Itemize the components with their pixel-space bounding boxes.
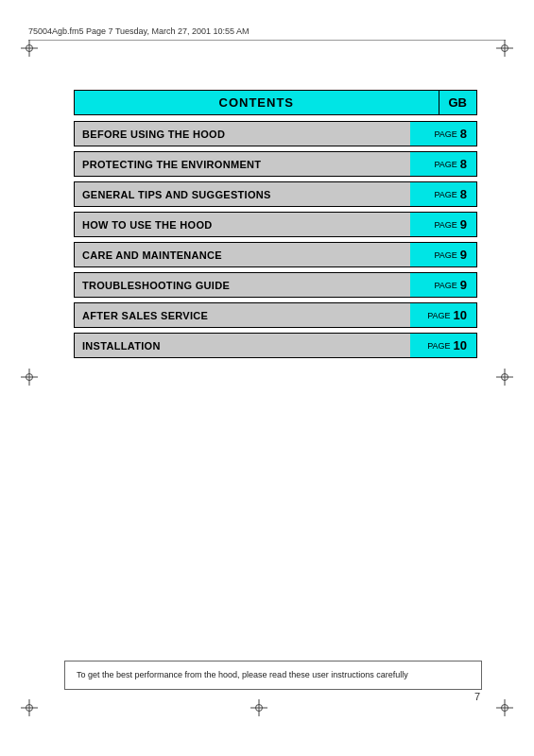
toc-row: BEFORE USING THE HOODPAGE8 — [74, 121, 477, 146]
contents-title-row: CONTENTS GB — [74, 90, 477, 115]
page-number: 7 — [474, 691, 480, 702]
header-line: 75004Agb.fm5 Page 7 Tuesday, March 27, 2… — [28, 26, 506, 41]
crosshair-top-right — [496, 40, 513, 57]
toc-page-number: 8 — [460, 187, 467, 201]
toc-page: PAGE10 — [410, 334, 476, 357]
toc-page-word: PAGE — [434, 129, 456, 139]
toc-page-word: PAGE — [434, 160, 456, 169]
toc-row: AFTER SALES SERVICEPAGE10 — [74, 302, 477, 328]
toc-page-number: 8 — [460, 127, 467, 141]
toc-page-word: PAGE — [434, 220, 456, 230]
crosshair-middle-right — [496, 369, 513, 386]
crosshair-bottom-center — [250, 699, 267, 716]
header-text: 75004Agb.fm5 Page 7 Tuesday, March 27, 2… — [28, 26, 250, 36]
toc-label: TROUBLESHOOTING GUIDE — [75, 273, 410, 297]
toc-page: PAGE8 — [410, 182, 476, 206]
crosshair-middle-left — [21, 369, 38, 386]
toc-page: PAGE9 — [410, 243, 476, 266]
toc-page-word: PAGE — [434, 281, 456, 290]
contents-gb-label: GB — [439, 90, 478, 115]
toc-page: PAGE10 — [410, 303, 476, 327]
toc-page-number: 10 — [454, 338, 467, 352]
toc-label: HOW TO USE THE HOOD — [75, 213, 410, 236]
toc-page-number: 10 — [454, 308, 467, 322]
contents-title: CONTENTS — [74, 90, 439, 115]
toc-page-number: 8 — [460, 157, 467, 171]
toc-page: PAGE9 — [410, 213, 476, 236]
toc-row: INSTALLATIONPAGE10 — [74, 333, 477, 358]
toc-label: INSTALLATION — [75, 334, 410, 357]
toc-label: PROTECTING THE ENVIRONMENT — [75, 152, 410, 176]
toc-page: PAGE9 — [410, 273, 476, 297]
contents-area: CONTENTS GB BEFORE USING THE HOODPAGE8PR… — [74, 90, 477, 363]
toc-row: GENERAL TIPS AND SUGGESTIONSPAGE8 — [74, 181, 477, 207]
toc-row: TROUBLESHOOTING GUIDEPAGE9 — [74, 272, 477, 298]
toc-row: HOW TO USE THE HOODPAGE9 — [74, 212, 477, 237]
crosshair-bottom-left — [21, 699, 38, 716]
toc-page-word: PAGE — [434, 190, 456, 199]
toc-page-number: 9 — [460, 278, 467, 292]
toc-page-number: 9 — [460, 248, 467, 262]
page: 75004Agb.fm5 Page 7 Tuesday, March 27, 2… — [0, 0, 534, 756]
toc-page-word: PAGE — [434, 250, 456, 260]
toc-row: PROTECTING THE ENVIRONMENTPAGE8 — [74, 151, 477, 177]
toc-page: PAGE8 — [410, 152, 476, 176]
toc-page-number: 9 — [460, 217, 467, 232]
crosshair-bottom-right — [496, 699, 513, 716]
toc-row: CARE AND MAINTENANCEPAGE9 — [74, 242, 477, 267]
toc-label: AFTER SALES SERVICE — [75, 303, 410, 327]
toc-page-word: PAGE — [427, 311, 450, 320]
toc-page: PAGE8 — [410, 122, 476, 146]
bottom-note: To get the best performance from the hoo… — [64, 661, 482, 690]
toc-label: BEFORE USING THE HOOD — [75, 122, 410, 146]
toc-label: CARE AND MAINTENANCE — [75, 243, 410, 266]
toc-rows: BEFORE USING THE HOODPAGE8PROTECTING THE… — [74, 121, 477, 363]
toc-page-word: PAGE — [427, 341, 450, 351]
crosshair-top-left — [21, 40, 38, 57]
toc-label: GENERAL TIPS AND SUGGESTIONS — [75, 182, 410, 206]
